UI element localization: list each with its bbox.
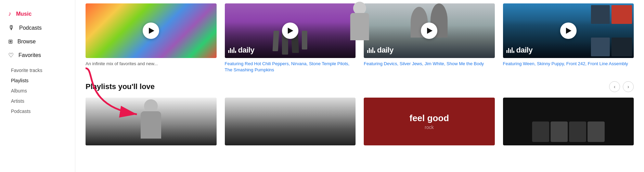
band-image — [503, 98, 634, 145]
sidebar-item-music[interactable]: ♪ Music — [0, 7, 75, 21]
playlists-section-title: Playlists you'll love — [86, 82, 155, 91]
daily-badge-rhcp: daily — [228, 46, 255, 55]
card-image-daily-devics: daily — [364, 3, 495, 58]
playlist-nav-arrows: ‹ › — [609, 81, 634, 92]
daily-bars-icon — [506, 47, 514, 53]
music-icon: ♪ — [8, 10, 11, 17]
sidebar-sub-item-playlists[interactable]: Playlists — [0, 75, 75, 86]
card-image-daily-ween: daily — [503, 3, 634, 58]
bw-woman-image — [86, 98, 217, 145]
card-daily-ween[interactable]: daily Featuring Ween, Skinny Puppy, Fron… — [503, 3, 634, 73]
play-button-daily-rhcp[interactable] — [282, 23, 298, 39]
playlist-card-feel-good[interactable]: feel good rock — [364, 98, 495, 145]
playlist-img-band — [503, 98, 634, 145]
playlist-img-bw-man — [225, 98, 356, 145]
sidebar-item-podcasts[interactable]: 🎙 Podcasts — [0, 21, 75, 35]
podcast-icon: 🎙 — [8, 24, 14, 31]
playlist-prev-button[interactable]: ‹ — [609, 81, 620, 92]
playlist-img-bw-woman — [86, 98, 217, 145]
card-desc-infinite-mix: An infinite mix of favorites and new... — [86, 61, 217, 67]
play-icon — [149, 28, 154, 34]
sidebar-sub-item-artists[interactable]: Artists — [0, 96, 75, 106]
sidebar: ♪ Music 🎙 Podcasts ⊞ Browse ♡ Favorites … — [0, 0, 75, 172]
feel-good-image: feel good rock — [364, 98, 495, 145]
feel-good-title: feel good — [409, 113, 449, 123]
card-image-infinite-mix — [86, 3, 217, 58]
heart-icon: ♡ — [8, 52, 14, 59]
play-icon — [288, 28, 293, 34]
sidebar-label-music: Music — [16, 11, 31, 17]
daily-bars-icon — [367, 47, 375, 53]
card-link-daily-devics[interactable]: Featuring Devics, Silver Jews, Jim White… — [364, 61, 484, 66]
sidebar-sub-section: Favorite tracks Playlists Albums Artists… — [0, 65, 75, 116]
playlist-next-button[interactable]: › — [623, 81, 634, 92]
sidebar-sub-item-albums[interactable]: Albums — [0, 86, 75, 96]
daily-label: daily — [516, 46, 533, 55]
bw-man-image — [225, 98, 356, 145]
card-daily-devics[interactable]: daily Featuring Devics, Silver Jews, Jim… — [364, 3, 495, 73]
play-icon — [566, 28, 571, 34]
play-button-infinite-mix[interactable] — [143, 23, 159, 39]
sidebar-item-favorites[interactable]: ♡ Favorites — [0, 48, 75, 62]
sidebar-sub-item-favorite-tracks[interactable]: Favorite tracks — [0, 65, 75, 75]
play-button-daily-devics[interactable] — [421, 23, 437, 39]
playlist-card-band[interactable] — [503, 98, 634, 145]
play-icon — [427, 28, 433, 34]
playlist-card-bw-man[interactable] — [225, 98, 356, 145]
daily-bars-icon — [228, 47, 236, 53]
playlist-card-bw-woman[interactable] — [86, 98, 217, 145]
card-infinite-mix[interactable]: An infinite mix of favorites and new... — [86, 3, 217, 73]
play-button-daily-ween[interactable] — [560, 23, 577, 39]
sidebar-label-podcasts: Podcasts — [19, 25, 42, 31]
daily-label: daily — [377, 46, 394, 55]
browse-icon: ⊞ — [8, 38, 13, 45]
main-content: An infinite mix of favorites and new... — [75, 0, 644, 172]
playlist-cards-row: feel good rock — [75, 98, 644, 145]
sidebar-item-browse[interactable]: ⊞ Browse — [0, 35, 75, 48]
playlist-img-feel-good: feel good rock — [364, 98, 495, 145]
daily-badge-ween: daily — [506, 46, 533, 55]
card-link-daily-ween[interactable]: Featuring Ween, Skinny Puppy, Front 242,… — [503, 61, 628, 66]
playlists-section-header: Playlists you'll love ‹ › — [75, 81, 644, 92]
sidebar-sub-item-podcasts[interactable]: Podcasts — [0, 106, 75, 116]
card-desc-daily-devics: Featuring Devics, Silver Jews, Jim White… — [364, 61, 495, 67]
card-daily-rhcp[interactable]: daily Featuring Red Hot Chili Peppers, N… — [225, 3, 356, 73]
card-image-daily-rhcp: daily — [225, 3, 356, 58]
card-desc-daily-ween: Featuring Ween, Skinny Puppy, Front 242,… — [503, 61, 634, 67]
daily-label: daily — [238, 46, 255, 55]
daily-badge-devics: daily — [367, 46, 394, 55]
sidebar-label-favorites: Favorites — [18, 52, 41, 58]
rock-label: rock — [425, 125, 434, 130]
card-link-daily-rhcp[interactable]: Featuring Red Hot Chili Peppers, Nirvana… — [225, 61, 350, 72]
sidebar-label-browse: Browse — [17, 39, 36, 45]
card-desc-daily-rhcp: Featuring Red Hot Chili Peppers, Nirvana… — [225, 61, 356, 73]
